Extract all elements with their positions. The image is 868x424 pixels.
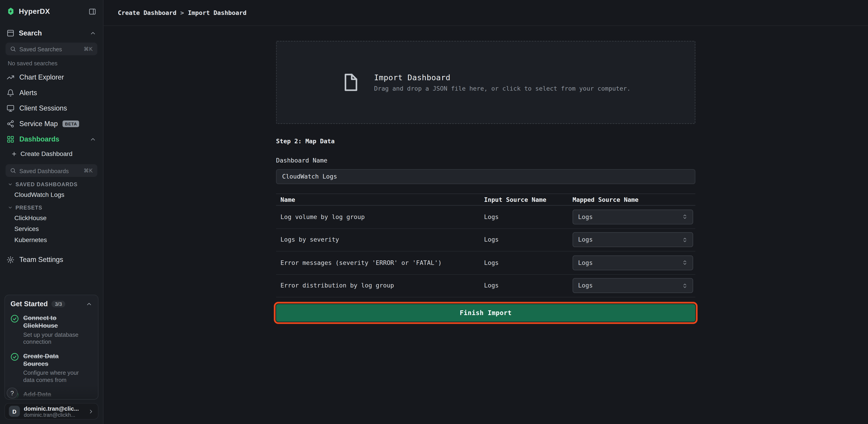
bell-icon: [6, 89, 14, 97]
content: Import Dashboard Drag and drop a JSON fi…: [103, 26, 868, 424]
select-chevrons-icon: [682, 214, 687, 220]
dashboards-grid-icon: [6, 135, 14, 143]
selected-value: Logs: [578, 236, 593, 243]
input-source: Logs: [484, 259, 572, 266]
step-desc: Configure where your data comes from: [23, 369, 89, 384]
shortcut-badge: ⌘K: [84, 167, 93, 173]
sidebar-preset-services[interactable]: Services: [0, 223, 103, 234]
input-source: Logs: [484, 236, 572, 243]
step-title: Create Data Sources: [23, 352, 85, 368]
chart-name: Log volume by log group: [276, 214, 484, 221]
saved-dashboards-search[interactable]: ⌘K: [5, 164, 97, 177]
shortcut-badge: ⌘K: [84, 46, 93, 52]
get-started-title: Get Started: [10, 300, 48, 308]
col-header-input-source: Input Source Name: [484, 196, 572, 203]
step-desc: Start sending logs, metrics, or traces: [23, 399, 89, 400]
mapped-source-select[interactable]: Logs: [572, 232, 693, 247]
app-name: HyperDX: [19, 7, 50, 15]
mapped-source-select[interactable]: Logs: [572, 209, 693, 224]
sidebar-item-service-map[interactable]: Service Map BETA: [0, 116, 103, 132]
gear-icon: [6, 256, 14, 264]
create-dashboard-button[interactable]: Create Dashboard: [0, 147, 103, 160]
select-chevrons-icon: [682, 283, 687, 288]
user-email: dominic.tran@clickh...: [24, 412, 84, 418]
no-saved-searches-text: No saved searches: [0, 55, 103, 68]
user-menu[interactable]: D dominic.tran@clic... dominic.tran@clic…: [4, 403, 99, 420]
chevron-up-icon[interactable]: [90, 136, 96, 142]
search-icon: [10, 46, 16, 52]
dashboards-label: Dashboards: [20, 135, 60, 143]
table-header-row: Name Input Source Name Mapped Source Nam…: [276, 193, 695, 206]
chevron-up-icon[interactable]: [86, 301, 92, 307]
alerts-label: Alerts: [20, 89, 37, 97]
chart-name: Error messages (severity 'ERROR' or 'FAT…: [276, 259, 484, 266]
progress-badge: 3/3: [52, 301, 65, 307]
finish-import-button[interactable]: Finish Import: [276, 304, 695, 322]
client-sessions-label: Client Sessions: [20, 104, 67, 112]
dropzone-title: Import Dashboard: [374, 73, 630, 81]
search-section-icon: [6, 29, 14, 37]
collapse-sidebar-icon[interactable]: [88, 7, 96, 15]
table-row: Log volume by log group Logs Logs: [276, 206, 695, 229]
saved-dashboards-input[interactable]: [20, 167, 80, 174]
saved-searches-search[interactable]: ⌘K: [5, 42, 97, 55]
col-header-mapped-source: Mapped Source Name: [572, 196, 695, 203]
fade-overlay: [5, 385, 98, 399]
chevron-down-icon: [8, 182, 13, 187]
create-dashboard-label: Create Dashboard: [21, 150, 72, 157]
avatar: D: [9, 406, 20, 417]
chart-explorer-label: Chart Explorer: [20, 73, 64, 81]
main-area: Create Dashboard > Import Dashboard Impo…: [103, 0, 868, 424]
dashboard-name-input[interactable]: [276, 169, 695, 184]
step-title: Connect to ClickHouse: [23, 314, 85, 330]
brand-row: HyperDX: [0, 0, 103, 19]
sidebar: HyperDX Search ⌘K No saved searches Char…: [0, 0, 103, 424]
mapping-table: Name Input Source Name Mapped Source Nam…: [276, 193, 695, 297]
saved-searches-input[interactable]: [20, 46, 80, 52]
presets-group-header[interactable]: PRESETS: [0, 200, 103, 212]
get-started-step-sources[interactable]: Create Data Sources Configure where your…: [10, 352, 92, 384]
breadcrumb: Create Dashboard > Import Dashboard: [103, 0, 868, 26]
monitor-icon: [6, 104, 14, 112]
sidebar-dashboard-cloudwatch-logs[interactable]: CloudWatch Logs: [0, 189, 103, 200]
chevron-down-icon: [8, 205, 13, 210]
sidebar-section-search[interactable]: Search: [0, 26, 103, 41]
breadcrumb-import-dashboard: Import Dashboard: [188, 9, 247, 16]
search-icon: [10, 167, 16, 173]
selected-value: Logs: [578, 214, 593, 221]
input-source: Logs: [484, 214, 572, 221]
saved-dashboards-header-label: SAVED DASHBOARDS: [16, 181, 78, 187]
saved-dashboards-group-header[interactable]: SAVED DASHBOARDS: [0, 177, 103, 189]
chart-name: Logs by severity: [276, 236, 484, 243]
get-started-header[interactable]: Get Started 3/3: [10, 300, 92, 308]
col-header-name: Name: [276, 196, 484, 203]
sidebar-item-chart-explorer[interactable]: Chart Explorer: [0, 70, 103, 85]
chevron-up-icon[interactable]: [90, 30, 96, 36]
mapped-source-select[interactable]: Logs: [572, 278, 693, 293]
dropzone-subtitle: Drag and drop a JSON file here, or click…: [374, 85, 630, 92]
sidebar-preset-kubernetes[interactable]: Kubernetes: [0, 234, 103, 246]
search-section-label: Search: [19, 29, 42, 37]
sidebar-item-dashboards[interactable]: Dashboards: [0, 132, 103, 147]
beta-badge: BETA: [63, 121, 80, 127]
sidebar-item-client-sessions[interactable]: Client Sessions: [0, 101, 103, 116]
import-dropzone[interactable]: Import Dashboard Drag and drop a JSON fi…: [276, 41, 695, 124]
get-started-card: Get Started 3/3 Connect to ClickHouse Se…: [4, 295, 99, 400]
table-row: Logs by severity Logs Logs: [276, 228, 695, 252]
team-settings-label: Team Settings: [20, 256, 63, 264]
mapped-source-select[interactable]: Logs: [572, 255, 693, 270]
breadcrumb-create-dashboard[interactable]: Create Dashboard: [118, 9, 177, 16]
step-label: Step 2: Map Data: [276, 138, 695, 145]
check-circle-icon: [10, 353, 19, 361]
hyperdx-logo-icon: [6, 7, 15, 15]
get-started-step-connect[interactable]: Connect to ClickHouse Set up your databa…: [10, 314, 92, 346]
dashboard-name-label: Dashboard Name: [276, 157, 695, 164]
table-row: Error messages (severity 'ERROR' or 'FAT…: [276, 252, 695, 274]
check-circle-icon: [10, 315, 19, 323]
sidebar-preset-clickhouse[interactable]: ClickHouse: [0, 212, 103, 223]
sidebar-item-team-settings[interactable]: Team Settings: [0, 252, 103, 267]
select-chevrons-icon: [682, 237, 687, 242]
help-button[interactable]: ?: [6, 388, 18, 399]
sidebar-item-alerts[interactable]: Alerts: [0, 85, 103, 101]
service-map-icon: [6, 120, 14, 128]
